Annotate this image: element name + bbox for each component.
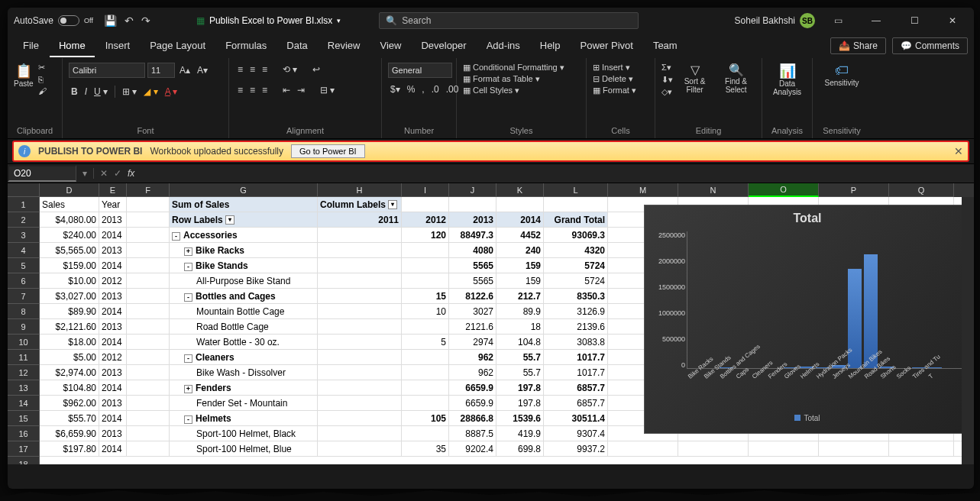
tab-add-ins[interactable]: Add-ins — [477, 35, 529, 57]
user-account[interactable]: Soheil Bakhshi SB — [735, 13, 815, 28]
cell[interactable]: 2014 — [99, 441, 127, 456]
cell[interactable]: 9937.2 — [544, 441, 608, 456]
cell[interactable]: 5724 — [544, 258, 608, 273]
row-header[interactable]: 17 — [8, 441, 40, 457]
cell[interactable]: 962 — [449, 350, 496, 364]
cell[interactable]: 3083.8 — [544, 335, 608, 349]
cell[interactable]: 55.7 — [496, 365, 544, 380]
cell[interactable]: $89.90 — [40, 304, 99, 318]
cell[interactable]: 962 — [449, 365, 496, 380]
cell[interactable]: 2013 — [99, 212, 127, 227]
cell[interactable]: 2974 — [449, 335, 496, 349]
cell[interactable]: 4452 — [496, 228, 544, 242]
tab-insert[interactable]: Insert — [96, 35, 140, 57]
cell[interactable]: 2012 — [402, 212, 449, 227]
close-icon[interactable]: ✕ — [937, 9, 968, 32]
cell[interactable]: 89.9 — [496, 304, 544, 318]
comments-button[interactable]: 💬 Comments — [892, 37, 968, 54]
format-painter-icon[interactable]: 🖌 — [38, 86, 47, 95]
orientation-icon[interactable]: ⟲ ▾ — [280, 63, 299, 76]
row-header[interactable]: 11 — [8, 350, 40, 365]
cell[interactable]: 6659.9 — [449, 396, 496, 410]
cell[interactable]: 5 — [402, 335, 449, 349]
cell[interactable] — [127, 243, 170, 257]
cell[interactable]: Sport-100 Helmet, Black — [170, 426, 318, 441]
delete-cells-button[interactable]: ⊟ Delete ▾ — [593, 74, 633, 84]
cell[interactable]: $2,974.00 — [40, 365, 99, 380]
align-top-icon[interactable]: ≡ — [235, 63, 245, 76]
find-select-button[interactable]: 🔍 Find & Select — [716, 63, 755, 94]
cell[interactable]: 2139.6 — [544, 319, 608, 334]
row-header[interactable]: 4 — [8, 243, 40, 258]
cell[interactable]: 2013 — [99, 426, 127, 441]
cell[interactable]: +Bike Racks — [170, 243, 318, 257]
cell[interactable]: 18 — [496, 319, 544, 334]
indent-decrease-icon[interactable]: ⇤ — [280, 83, 293, 97]
column-header[interactable]: P — [819, 183, 889, 197]
align-middle-icon[interactable]: ≡ — [247, 63, 257, 76]
cell[interactable] — [318, 380, 402, 395]
column-header[interactable]: O — [749, 183, 819, 197]
cell[interactable]: $10.00 — [40, 273, 99, 288]
cell[interactable]: 2014 — [496, 212, 544, 227]
column-header[interactable]: J — [449, 183, 496, 197]
redo-icon[interactable]: ↷ — [141, 15, 150, 27]
cell[interactable]: 9202.4 — [449, 441, 496, 456]
cell[interactable]: 6857.7 — [544, 396, 608, 410]
cell[interactable]: 197.8 — [496, 396, 544, 410]
cell[interactable]: Sport-100 Helmet, Blue — [170, 441, 318, 456]
cell[interactable]: 30511.4 — [544, 411, 608, 425]
cell[interactable]: $104.80 — [40, 380, 99, 395]
tab-help[interactable]: Help — [531, 35, 570, 57]
save-icon[interactable]: 💾 — [104, 15, 117, 27]
cell[interactable]: -Bike Stands — [170, 258, 318, 273]
column-header[interactable]: L — [544, 183, 608, 197]
tab-view[interactable]: View — [370, 35, 410, 57]
cell[interactable] — [402, 243, 449, 257]
grow-font-icon[interactable]: A▴ — [177, 63, 192, 77]
number-format-select[interactable] — [388, 63, 452, 78]
tab-team[interactable]: Team — [644, 35, 687, 57]
cell[interactable]: 2014 — [99, 411, 127, 425]
cell[interactable]: $3,027.00 — [40, 289, 99, 303]
cell[interactable] — [318, 258, 402, 273]
cell[interactable] — [318, 319, 402, 334]
cell[interactable]: 2011 — [318, 212, 402, 227]
cell[interactable]: 2013 — [99, 396, 127, 410]
row-header[interactable]: 12 — [8, 365, 40, 380]
percent-icon[interactable]: % — [405, 82, 418, 96]
cell[interactable]: Year — [99, 197, 127, 212]
cell[interactable]: 212.7 — [496, 289, 544, 303]
cell[interactable]: 240 — [496, 243, 544, 257]
cell[interactable] — [127, 212, 170, 227]
cell[interactable]: $55.70 — [40, 411, 99, 425]
cancel-formula-icon[interactable]: ✕ — [100, 168, 108, 179]
cell[interactable]: 2013 — [449, 212, 496, 227]
cell[interactable] — [402, 426, 449, 441]
fill-icon[interactable]: ⬇▾ — [661, 75, 673, 85]
cell[interactable]: 699.8 — [496, 441, 544, 456]
tab-review[interactable]: Review — [319, 35, 370, 57]
cell[interactable] — [318, 273, 402, 288]
cell[interactable] — [127, 304, 170, 318]
cell[interactable] — [889, 441, 954, 456]
cell[interactable] — [318, 350, 402, 364]
row-header[interactable]: 2 — [8, 212, 40, 228]
sensitivity-button[interactable]: 🏷 Sensitivity — [824, 63, 859, 87]
cell[interactable]: 1017.7 — [544, 350, 608, 364]
cell[interactable] — [402, 380, 449, 395]
data-analysis-button[interactable]: 📊 Data Analysis — [768, 63, 806, 96]
tab-data[interactable]: Data — [277, 35, 316, 57]
cell[interactable]: 5565 — [449, 273, 496, 288]
cell[interactable] — [127, 197, 170, 212]
cell[interactable]: 2014 — [99, 228, 127, 242]
borders-button[interactable]: ⊞ ▾ — [120, 85, 139, 99]
cell[interactable] — [819, 441, 889, 456]
cell[interactable] — [402, 273, 449, 288]
font-name-select[interactable] — [69, 63, 145, 78]
cell[interactable] — [402, 197, 449, 212]
cell[interactable]: 2013 — [99, 289, 127, 303]
close-notification-icon[interactable]: ✕ — [954, 145, 963, 157]
cell[interactable]: 419.9 — [496, 426, 544, 441]
cell[interactable]: Water Bottle - 30 oz. — [170, 335, 318, 349]
